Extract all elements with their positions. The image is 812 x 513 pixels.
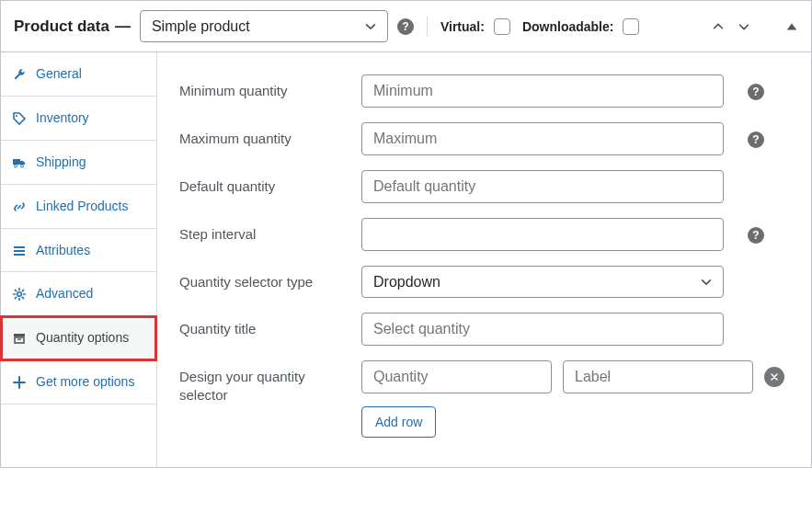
field-minimum-quantity: Minimum quantity ? [179, 67, 789, 115]
virtual-toggle: Virtual: [440, 16, 513, 38]
svg-rect-7 [14, 334, 25, 336]
collapse-icon[interactable] [785, 20, 798, 33]
step-interval-input[interactable] [361, 218, 724, 251]
tab-label: Quantity options [36, 329, 129, 347]
panel-body: General Inventory Shipping Linked Produc… [1, 52, 811, 467]
field-label: Quantity title [179, 313, 343, 338]
product-data-panel: Product data — Simple product ? Virtual:… [0, 0, 812, 468]
tab-label: Shipping [36, 154, 86, 171]
designer-row [361, 360, 784, 393]
help-icon[interactable]: ? [748, 227, 764, 244]
panel-title-text: Product data [14, 17, 109, 36]
move-down-icon[interactable] [738, 20, 750, 33]
svg-point-0 [16, 115, 17, 117]
move-up-icon[interactable] [712, 20, 725, 33]
title-separator: — [115, 17, 131, 36]
tab-label: General [36, 65, 82, 83]
panel-header: Product data — Simple product ? Virtual:… [1, 1, 811, 52]
truck-icon [12, 155, 27, 170]
quantity-title-input[interactable] [361, 313, 724, 346]
tab-content: Minimum quantity ? Maximum quantity ? De… [157, 52, 811, 467]
maximum-quantity-input[interactable] [361, 122, 724, 155]
add-row-button[interactable]: Add row [361, 406, 436, 438]
field-maximum-quantity: Maximum quantity ? [179, 115, 789, 163]
designer-quantity-input[interactable] [361, 360, 552, 393]
default-quantity-input[interactable] [361, 170, 724, 203]
field-label: Quantity selector type [179, 266, 343, 291]
tab-label: Advanced [36, 285, 93, 302]
downloadable-checkbox[interactable] [623, 18, 639, 35]
virtual-checkbox[interactable] [494, 18, 510, 35]
downloadable-label: Downloadable: [522, 19, 614, 34]
virtual-label: Virtual: [440, 19, 485, 34]
panel-order-controls [712, 20, 798, 33]
field-label: Maximum quantity [179, 122, 343, 148]
tab-attributes[interactable]: Attributes [1, 229, 156, 273]
field-step-interval: Step interval ? [179, 211, 789, 258]
tab-shipping[interactable]: Shipping [1, 141, 156, 185]
field-selector-type: Quantity selector type Dropdown [179, 258, 789, 305]
tab-general[interactable]: General [1, 52, 156, 97]
tab-linked-products[interactable]: Linked Products [1, 185, 156, 229]
help-icon[interactable]: ? [397, 18, 414, 35]
product-type-select[interactable]: Simple product [140, 10, 388, 42]
svg-point-2 [21, 165, 24, 167]
wrench-icon [12, 67, 27, 82]
field-label: Design your quantity selector [179, 360, 343, 405]
field-default-quantity: Default quantity [179, 163, 789, 211]
designer-label-input[interactable] [563, 360, 753, 393]
svg-rect-8 [15, 337, 24, 343]
help-icon[interactable]: ? [748, 131, 764, 148]
product-type-select-wrap: Simple product [140, 10, 388, 42]
plus-icon [12, 375, 27, 390]
tab-inventory[interactable]: Inventory [1, 97, 156, 141]
tab-advanced[interactable]: Advanced [1, 272, 156, 316]
tab-get-more-options[interactable]: Get more options [1, 360, 156, 405]
tab-label: Attributes [36, 242, 90, 259]
svg-point-6 [17, 292, 21, 296]
link-icon [12, 200, 27, 214]
remove-row-icon[interactable] [764, 367, 784, 387]
field-label: Default quantity [179, 170, 343, 196]
archive-icon [12, 331, 27, 346]
tab-label: Get more options [36, 373, 134, 391]
field-design-selector: Design your quantity selector Add row [179, 353, 789, 445]
tag-icon [12, 111, 27, 126]
help-icon[interactable]: ? [748, 84, 764, 100]
tab-label: Inventory [36, 109, 89, 127]
field-label: Step interval [179, 218, 343, 244]
svg-rect-4 [14, 250, 25, 252]
gear-icon [12, 287, 27, 302]
svg-rect-9 [17, 339, 21, 340]
product-data-tabs: General Inventory Shipping Linked Produc… [1, 52, 157, 467]
panel-title: Product data — [14, 17, 131, 36]
field-label: Minimum quantity [179, 74, 343, 100]
tab-label: Linked Products [36, 198, 128, 215]
selector-type-select[interactable]: Dropdown [361, 266, 724, 298]
tab-quantity-options[interactable]: Quantity options [1, 316, 156, 360]
downloadable-toggle: Downloadable: [522, 16, 643, 38]
svg-rect-3 [14, 246, 25, 248]
list-icon [12, 244, 27, 258]
minimum-quantity-input[interactable] [361, 74, 724, 108]
header-divider [427, 17, 428, 37]
svg-rect-5 [14, 254, 25, 256]
field-quantity-title: Quantity title [179, 305, 789, 353]
svg-point-1 [15, 165, 17, 167]
